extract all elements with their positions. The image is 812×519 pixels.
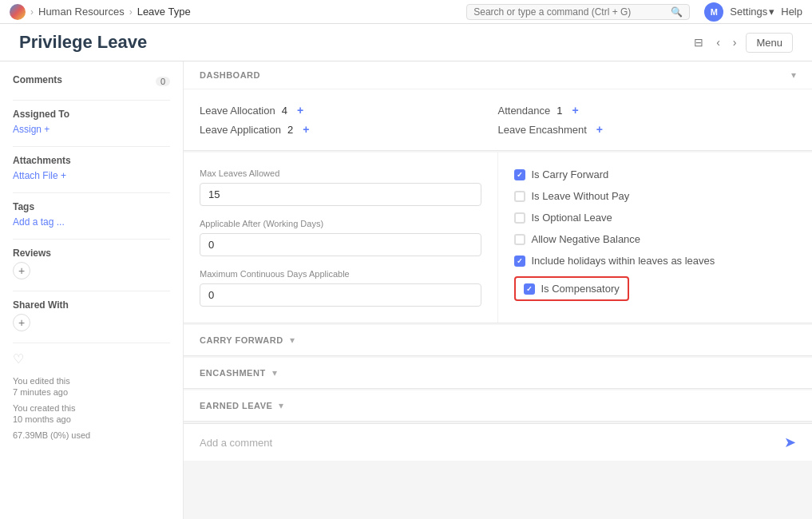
applicable-after-input[interactable] [200, 233, 481, 256]
form-inputs-col: Max Leaves Allowed Applicable After (Wor… [184, 153, 498, 323]
dashboard-section: DASHBOARD ▾ Leave Allocation 4 + Attenda… [184, 61, 812, 151]
menu-button[interactable]: Menu [746, 33, 793, 53]
help-button[interactable]: Help [781, 6, 802, 18]
checkbox-holidays: Include holidays within leaves as leaves [514, 255, 797, 267]
comments-count: 0 [156, 77, 170, 86]
cb-carry-forward[interactable] [514, 169, 525, 180]
form-section: Max Leaves Allowed Applicable After (Wor… [184, 153, 812, 323]
comment-placeholder: Add a comment [200, 437, 272, 449]
leave-application-label: Leave Application [200, 124, 281, 136]
leave-application-item: Leave Application 2 + [200, 120, 498, 139]
reviews-label: Reviews [13, 248, 170, 259]
leave-application-add-button[interactable]: + [303, 123, 309, 136]
attendance-count: 1 [557, 105, 562, 117]
attendance-label: Attendance [498, 105, 551, 117]
carry-forward-section: CARRY FORWARD ▾ [184, 325, 812, 356]
cb-carry-forward-label: Is Carry Forward [532, 168, 609, 180]
divider-3 [13, 192, 170, 193]
cb-optional-leave-label: Is Optional Leave [532, 212, 612, 224]
activity-edited-time: 7 minutes ago [13, 387, 170, 397]
applicable-after-label: Applicable After (Working Days) [200, 219, 481, 228]
leave-encashment-add-button[interactable]: + [596, 123, 603, 136]
add-tag-link[interactable]: Add a tag ... [13, 216, 65, 228]
breadcrumb-leave-type[interactable]: Leave Type [137, 6, 191, 18]
storage-info: 67.39MB (0%) used [13, 430, 170, 440]
dashboard-chevron-icon: ▾ [791, 69, 796, 81]
print-icon[interactable]: ⊟ [691, 34, 707, 50]
main-layout: Comments 0 Assigned To Assign + Attachme… [0, 61, 812, 519]
attendance-add-button[interactable]: + [572, 104, 579, 117]
attendance-item: Attendance 1 + [498, 101, 797, 120]
encashment-title: ENCASHMENT [200, 368, 266, 378]
search-icon: 🔍 [671, 6, 683, 18]
leave-encashment-item: Leave Encashment + [498, 120, 797, 139]
attachments-label: Attachments [13, 155, 170, 166]
carry-forward-header[interactable]: CARRY FORWARD ▾ [184, 325, 812, 355]
content-area: DASHBOARD ▾ Leave Allocation 4 + Attenda… [184, 61, 812, 519]
sidebar-attachments: Attachments Attach File + [13, 155, 170, 181]
add-shared-button[interactable]: + [13, 314, 30, 331]
favorite-icon[interactable]: ♡ [13, 351, 170, 366]
leave-allocation-add-button[interactable]: + [297, 104, 303, 117]
encashment-header[interactable]: ENCASHMENT ▾ [184, 358, 812, 388]
cb-holidays[interactable] [514, 256, 525, 267]
page-header: Privilege Leave ⊟ ‹ › Menu [0, 24, 812, 61]
cb-leave-without-pay-label: Is Leave Without Pay [532, 190, 630, 202]
checkboxes-col: Is Carry Forward Is Leave Without Pay Is… [498, 153, 813, 323]
max-continuous-input[interactable] [200, 283, 481, 307]
dashboard-header[interactable]: DASHBOARD ▾ [184, 61, 812, 89]
cb-optional-leave[interactable] [514, 212, 525, 224]
search-input[interactable] [473, 6, 666, 18]
applicable-after-group: Applicable After (Working Days) [200, 219, 481, 256]
settings-button[interactable]: Settings ▾ [730, 6, 774, 18]
assign-link[interactable]: Assign + [13, 124, 50, 135]
page-title: Privilege Leave [19, 32, 147, 53]
sidebar-shared-with: Shared With + [13, 299, 170, 331]
compensatory-highlight-box: Is Compensatory [514, 276, 629, 301]
earned-leave-header[interactable]: EARNED LEAVE ▾ [184, 390, 812, 421]
earned-leave-title: EARNED LEAVE [200, 401, 272, 410]
leave-allocation-label: Leave Allocation [200, 105, 275, 117]
max-leaves-input[interactable] [200, 183, 481, 206]
cb-negative-balance-label: Allow Negative Balance [532, 233, 641, 245]
leave-allocation-count: 4 [282, 105, 287, 117]
dashboard-grid: Leave Allocation 4 + Attendance 1 + Leav… [184, 89, 812, 150]
sidebar: Comments 0 Assigned To Assign + Attachme… [0, 61, 184, 519]
encashment-section: ENCASHMENT ▾ [184, 358, 812, 389]
comments-label: Comments [13, 74, 62, 85]
page-header-actions: ⊟ ‹ › Menu [691, 33, 793, 53]
max-leaves-group: Max Leaves Allowed [200, 168, 481, 206]
divider-2 [13, 146, 170, 147]
max-leaves-label: Max Leaves Allowed [200, 168, 481, 178]
dashboard-title: DASHBOARD [200, 70, 260, 80]
cb-compensatory[interactable] [524, 283, 535, 295]
search-bar[interactable]: 🔍 [466, 4, 690, 20]
topnav-right: M Settings ▾ Help [704, 2, 802, 22]
max-continuous-group: Maximum Continuous Days Applicable [200, 269, 481, 307]
send-comment-button[interactable]: ➤ [784, 434, 796, 451]
breadcrumb-human-resources[interactable]: Human Resources [38, 6, 125, 18]
carry-forward-title: CARRY FORWARD [200, 335, 283, 345]
activity-created-time: 10 months ago [13, 414, 170, 424]
forward-icon[interactable]: › [730, 34, 740, 50]
checkbox-negative-balance: Allow Negative Balance [514, 233, 797, 245]
activity-created: You created this [13, 403, 170, 413]
checkbox-compensatory: Is Compensatory [514, 276, 797, 301]
cb-leave-without-pay[interactable] [514, 191, 525, 202]
user-avatar[interactable]: M [704, 2, 723, 22]
back-icon[interactable]: ‹ [713, 34, 723, 50]
tags-label: Tags [13, 201, 170, 212]
topnav: › Human Resources › Leave Type 🔍 M Setti… [0, 0, 812, 24]
max-continuous-label: Maximum Continuous Days Applicable [200, 269, 481, 279]
chevron-down-icon: ▾ [769, 6, 774, 18]
attach-file-link[interactable]: Attach File + [13, 170, 66, 181]
checkbox-leave-without-pay: Is Leave Without Pay [514, 190, 797, 202]
divider-6 [13, 343, 170, 343]
cb-negative-balance[interactable] [514, 234, 525, 245]
leave-application-count: 2 [287, 124, 293, 136]
add-review-button[interactable]: + [13, 262, 30, 279]
sidebar-reviews: Reviews + [13, 248, 170, 279]
carry-forward-chevron-icon: ▾ [290, 335, 295, 346]
activity-edited: You edited this [13, 376, 170, 386]
sidebar-tags: Tags Add a tag ... [13, 201, 170, 228]
